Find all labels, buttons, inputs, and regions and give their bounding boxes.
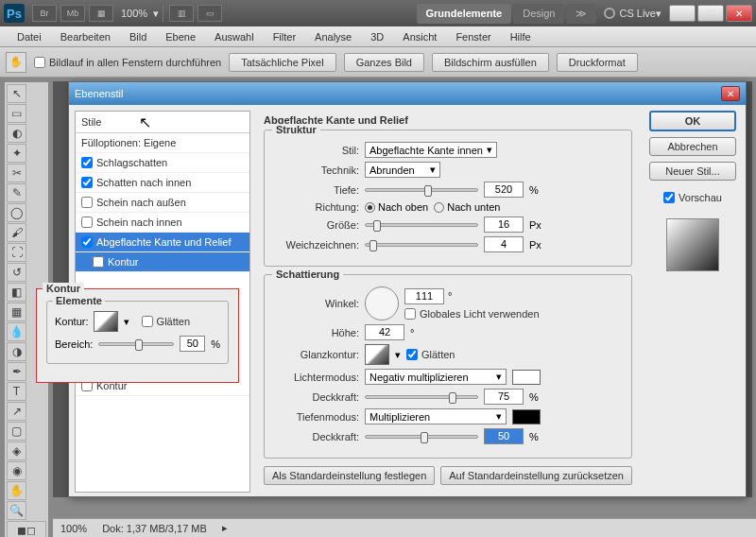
3d-tool[interactable]: ◈ xyxy=(7,442,26,460)
viewmode-icon[interactable]: ▦ xyxy=(89,5,113,22)
tiefe-input[interactable]: 520 xyxy=(484,182,524,198)
menu-ansicht[interactable]: Ansicht xyxy=(393,29,446,44)
menu-filter[interactable]: Filter xyxy=(264,29,305,44)
reset-default-button[interactable]: Auf Standardeinstellung zurücksetzen xyxy=(440,466,632,485)
set-default-button[interactable]: Als Standardeinstellung festlegen xyxy=(264,466,435,485)
heal-tool[interactable]: ◯ xyxy=(7,203,26,222)
stil-select[interactable]: Abgeflachte Kante innen▾ xyxy=(365,142,497,158)
zoom-level[interactable]: 100% xyxy=(121,8,147,19)
scroll-all-checkbox[interactable]: Bildlauf in allen Fenstern durchführen xyxy=(34,57,221,68)
style-innerglow[interactable]: Schein nach innen xyxy=(76,213,249,233)
type-tool[interactable]: T xyxy=(7,382,26,401)
fill-screen-button[interactable]: Bildschirm ausfüllen xyxy=(432,53,549,72)
styles-header[interactable]: Stile xyxy=(76,112,249,133)
bereich-slider[interactable] xyxy=(98,342,174,346)
lichter-color[interactable] xyxy=(512,370,541,385)
groesse-slider[interactable] xyxy=(365,223,478,227)
brush-tool[interactable]: 🖌 xyxy=(7,223,26,242)
history-tool[interactable]: ↺ xyxy=(7,263,26,282)
style-outerglow[interactable]: Schein nach außen xyxy=(76,193,249,213)
blur-tool[interactable]: 💧 xyxy=(7,322,26,341)
eyedrop-tool[interactable]: ✎ xyxy=(7,183,26,202)
winkel-input[interactable]: 111 xyxy=(404,288,444,304)
menu-ebene[interactable]: Ebene xyxy=(156,29,205,44)
fill-options[interactable]: Fülloptionen: Eigene xyxy=(76,133,249,153)
glanz-kontur[interactable] xyxy=(365,344,389,365)
menu-fenster[interactable]: Fenster xyxy=(446,29,500,44)
zoom-tool[interactable]: 🔍 xyxy=(7,501,26,520)
eraser-tool[interactable]: ◧ xyxy=(7,283,26,302)
lasso-tool[interactable]: ◐ xyxy=(7,124,26,143)
hand-tool[interactable]: ✋ xyxy=(7,481,26,500)
tiefe-slider[interactable] xyxy=(365,188,478,192)
print-size-button[interactable]: Druckformat xyxy=(557,53,638,72)
richtung-down[interactable]: Nach unten xyxy=(434,201,500,213)
workspace-tab-design[interactable]: Design xyxy=(513,4,564,24)
dodge-tool[interactable]: ◑ xyxy=(7,342,26,361)
menu-bild[interactable]: Bild xyxy=(120,29,156,44)
ps-logo: Ps xyxy=(4,4,25,23)
ok-button[interactable]: OK xyxy=(649,111,736,131)
arrange-icon[interactable]: ▥ xyxy=(169,5,194,22)
kontur-preview[interactable] xyxy=(94,311,118,332)
menu-bearbeiten[interactable]: Bearbeiten xyxy=(51,29,120,44)
pop-glaetten[interactable]: Glätten xyxy=(142,316,190,327)
preview-checkbox[interactable]: Vorschau xyxy=(663,192,722,203)
menu-3d[interactable]: 3D xyxy=(361,29,393,44)
workspace-tab-grundelemente[interactable]: Grundelemente xyxy=(417,4,512,24)
wand-tool[interactable]: ✦ xyxy=(7,144,26,163)
crop-tool[interactable]: ✂ xyxy=(7,164,26,182)
hoehe-input[interactable]: 42 xyxy=(365,324,404,340)
deck1-input[interactable]: 75 xyxy=(484,389,524,405)
menu-auswahl[interactable]: Auswahl xyxy=(205,29,264,44)
deck2-slider[interactable] xyxy=(365,435,478,439)
groesse-input[interactable]: 16 xyxy=(484,217,524,233)
move-tool[interactable]: ↖ xyxy=(7,84,26,103)
menu-hilfe[interactable]: Hilfe xyxy=(501,29,541,44)
menu-datei[interactable]: Datei xyxy=(8,29,51,44)
weich-slider[interactable] xyxy=(365,243,478,247)
angle-control[interactable] xyxy=(365,286,399,320)
menu-analyse[interactable]: Analyse xyxy=(305,29,361,44)
style-dropshadow[interactable]: Schlagschatten xyxy=(76,153,249,173)
status-bar: 100% Dok: 1,37 MB/3,17 MB ▸ xyxy=(53,518,756,537)
cs-live[interactable]: CS Live ▾ xyxy=(604,8,662,20)
global-light-checkbox[interactable]: Globales Licht verwenden xyxy=(404,308,540,320)
fit-screen-button[interactable]: Ganzes Bild xyxy=(344,53,424,72)
tiefen-select[interactable]: Multiplizieren▾ xyxy=(365,408,507,424)
minibridge-icon[interactable]: Mb xyxy=(60,5,85,22)
color-swatch[interactable]: ◼◻ xyxy=(7,521,46,537)
technik-select[interactable]: Abrunden▾ xyxy=(365,162,440,178)
deck2-input[interactable]: 50 xyxy=(484,428,524,444)
glaetten-checkbox[interactable]: Glätten xyxy=(406,349,455,360)
dialog-close-button[interactable]: ✕ xyxy=(721,86,740,101)
maximize-button[interactable]: ☐ xyxy=(697,5,724,22)
style-innershadow[interactable]: Schatten nach innen xyxy=(76,173,249,193)
workspace-more[interactable]: ≫ xyxy=(566,4,596,24)
new-style-button[interactable]: Neuer Stil... xyxy=(649,162,736,181)
bridge-icon[interactable]: Br xyxy=(32,5,57,22)
richtung-up[interactable]: Nach oben xyxy=(365,201,428,213)
screenmode-icon[interactable]: ▭ xyxy=(198,5,222,22)
actual-pixels-button[interactable]: Tatsächliche Pixel xyxy=(229,53,335,72)
style-bevel[interactable]: Abgeflachte Kante und Relief xyxy=(76,233,249,252)
3d-cam-tool[interactable]: ◉ xyxy=(7,461,26,480)
tiefen-color[interactable] xyxy=(512,409,541,424)
minimize-button[interactable]: — xyxy=(669,5,696,22)
deck1-slider[interactable] xyxy=(365,395,478,399)
pen-tool[interactable]: ✒ xyxy=(7,362,26,381)
gradient-tool[interactable]: ▦ xyxy=(7,303,26,321)
style-bevel-kontur[interactable]: Kontur xyxy=(76,252,249,272)
weich-input[interactable]: 4 xyxy=(484,236,524,252)
marquee-tool[interactable]: ▭ xyxy=(7,104,26,123)
preview-swatch xyxy=(666,218,719,271)
hand-tool-icon[interactable]: ✋ xyxy=(6,52,26,73)
shape-tool[interactable]: ▢ xyxy=(7,422,26,441)
close-button[interactable]: ✕ xyxy=(726,5,752,22)
path-tool[interactable]: ↗ xyxy=(7,402,26,421)
bereich-input[interactable]: 50 xyxy=(180,336,205,352)
cancel-button[interactable]: Abbrechen xyxy=(649,137,736,156)
menubar: Datei Bearbeiten Bild Ebene Auswahl Filt… xyxy=(0,26,756,47)
lichter-select[interactable]: Negativ multiplizieren▾ xyxy=(365,369,507,385)
stamp-tool[interactable]: ⛶ xyxy=(7,243,26,262)
